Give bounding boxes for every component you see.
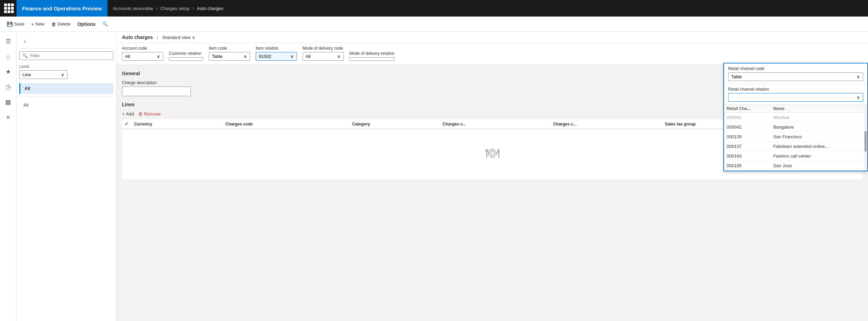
breadcrumb-charges-setup[interactable]: Charges setup: [160, 6, 190, 11]
grid-icon[interactable]: ▦: [1, 95, 15, 109]
mode-delivery-code-select[interactable]: All ∨: [303, 52, 344, 61]
level-label: Level: [19, 64, 113, 69]
mode-delivery-code-group: Mode of delivery code All ∨: [303, 46, 344, 61]
dropdown-cell-code: 000137: [724, 142, 770, 151]
toolbar: 💾 Save + New 🗑 Delete Options 🔍: [0, 17, 868, 32]
mode-delivery-code-chevron-icon: ∨: [337, 54, 341, 59]
mode-delivery-relation-group: Mode of delivery relation: [349, 51, 395, 61]
account-code-value: All: [125, 54, 130, 59]
customer-relation-select[interactable]: [169, 57, 203, 61]
charge-description-input[interactable]: [122, 87, 191, 96]
item-code-group: Item code Table ∨: [209, 46, 250, 61]
filter-toggle-button[interactable]: ▿: [19, 36, 30, 47]
add-label: Add: [126, 111, 134, 117]
view-label: Standard view: [162, 35, 191, 40]
scrollbar-track[interactable]: [864, 105, 867, 171]
col-currency: Currency: [131, 119, 223, 129]
clock-icon[interactable]: ◷: [1, 80, 15, 94]
sidebar-divider: [19, 97, 113, 97]
list-icon[interactable]: ≡: [1, 110, 15, 124]
search-button[interactable]: 🔍: [100, 19, 111, 30]
col-charges-c: Charges c...: [550, 119, 662, 129]
dropdown-row[interactable]: 000042Bangalore: [724, 122, 867, 132]
retail-channel-relation-label: Retail channel relation: [728, 87, 863, 92]
dropdown-row[interactable]: 000041Mumbai: [724, 113, 867, 122]
save-icon: 💾: [7, 21, 13, 27]
sidebar-item-all-selected[interactable]: All: [19, 83, 113, 94]
dropdown-cell-code: 000041: [724, 113, 770, 122]
delete-icon: 🗑: [51, 21, 56, 27]
save-button[interactable]: 💾 Save: [4, 20, 27, 28]
breadcrumb-accounts-receivable[interactable]: Accounts receivable: [113, 6, 153, 11]
star-icon[interactable]: ★: [1, 65, 15, 79]
account-code-chevron-icon: ∨: [157, 54, 160, 59]
item-code-select[interactable]: Table ∨: [209, 52, 250, 61]
content-header: Auto charges | Standard view ∨: [116, 32, 868, 43]
item-relation-value: 91002: [259, 54, 271, 59]
dropdown-cell-name: San Francisco: [770, 132, 867, 142]
content-area: Auto charges | Standard view ∨ Account c…: [116, 32, 868, 321]
breadcrumb-sep-1: ›: [156, 5, 157, 11]
remove-button[interactable]: 🗑 Remove: [138, 111, 161, 117]
level-value: Line: [22, 72, 31, 77]
mode-delivery-relation-label: Mode of delivery relation: [349, 51, 395, 56]
sidebar-top: ▿: [19, 34, 113, 49]
dropdown-table: Retail Cha... Name 000041Mumbai000042Ban…: [724, 105, 867, 171]
dropdown-cell-code: 000042: [724, 122, 770, 132]
item-relation-group: Item relation 91002 ∨: [256, 46, 297, 61]
home-icon[interactable]: ⌂: [1, 50, 15, 63]
retail-channel-code-section: Retail channel code Table ∨: [724, 63, 867, 84]
sidebar-item-all[interactable]: All: [19, 100, 113, 110]
col-check: ✓: [122, 119, 131, 129]
mode-delivery-relation-select[interactable]: [349, 57, 395, 61]
search-icon: 🔍: [102, 21, 108, 27]
item-relation-label: Item relation: [256, 46, 297, 51]
dropdown-col-name: Name: [770, 105, 867, 113]
delete-button[interactable]: 🗑 Delete: [49, 20, 73, 28]
new-label: New: [35, 21, 44, 27]
view-chevron-icon: ∨: [192, 35, 195, 40]
dropdown-col-code: Retail Cha...: [724, 105, 770, 113]
dropdown-row[interactable]: 000160Fashion call center: [724, 151, 867, 161]
dropdown-cell-name: San Jose: [770, 161, 867, 171]
dropdown-cell-name: Bangalore: [770, 122, 867, 132]
item-code-label: Item code: [209, 46, 250, 51]
dropdown-list-container: Retail Cha... Name 000041Mumbai000042Ban…: [724, 105, 867, 171]
add-button[interactable]: + Add: [122, 111, 134, 117]
icon-rail: ☰ ⌂ ★ ◷ ▦ ≡: [0, 32, 17, 321]
mode-delivery-code-label: Mode of delivery code: [303, 46, 344, 51]
add-icon: +: [122, 111, 125, 117]
view-selector[interactable]: Standard view ∨: [162, 35, 195, 40]
account-code-select[interactable]: All ∨: [122, 52, 163, 61]
scrollbar-thumb[interactable]: [865, 131, 867, 152]
breadcrumb-auto-charges[interactable]: Auto charges: [197, 6, 223, 11]
retail-channel-overlay: Retail channel code Table ∨ Retail chann…: [723, 63, 868, 171]
item-code-chevron-icon: ∨: [244, 54, 247, 59]
dropdown-row[interactable]: 000135San Francisco: [724, 132, 867, 142]
waffle-button[interactable]: [3, 2, 15, 14]
dropdown-row[interactable]: 000137Fabrikam extended online...: [724, 142, 867, 151]
new-icon: +: [31, 21, 34, 27]
account-code-group: Account code All ∨: [122, 46, 163, 61]
new-button[interactable]: + New: [29, 20, 47, 28]
retail-channel-code-select[interactable]: Table ∨: [728, 72, 863, 81]
item-relation-select[interactable]: 91002 ∨: [256, 52, 297, 61]
options-button[interactable]: Options: [74, 20, 98, 28]
save-label: Save: [14, 21, 24, 27]
customer-relation-label: Customer relation: [169, 51, 203, 56]
sidebar: ▿ 🔍 Level Line ∨ All All: [17, 32, 116, 321]
empty-state-icon: 🍽: [486, 145, 499, 161]
sidebar-search-icon: 🔍: [22, 53, 28, 58]
dropdown-row[interactable]: 000185San Jose: [724, 161, 867, 171]
retail-channel-relation-section: Retail channel relation ∨: [724, 84, 867, 105]
breadcrumb-sep-2: ›: [192, 5, 194, 11]
sidebar-filter-bar[interactable]: 🔍: [19, 51, 113, 60]
retail-channel-relation-chevron-icon: ∨: [857, 95, 860, 100]
level-chevron-icon: ∨: [61, 72, 64, 77]
dropdown-cell-code: 000160: [724, 151, 770, 161]
col-charges-code: Charges code: [223, 119, 349, 129]
sidebar-filter-input[interactable]: [30, 53, 110, 58]
hamburger-icon[interactable]: ☰: [1, 34, 15, 48]
level-select[interactable]: Line ∨: [19, 70, 68, 79]
retail-channel-relation-input[interactable]: ∨: [728, 93, 863, 102]
